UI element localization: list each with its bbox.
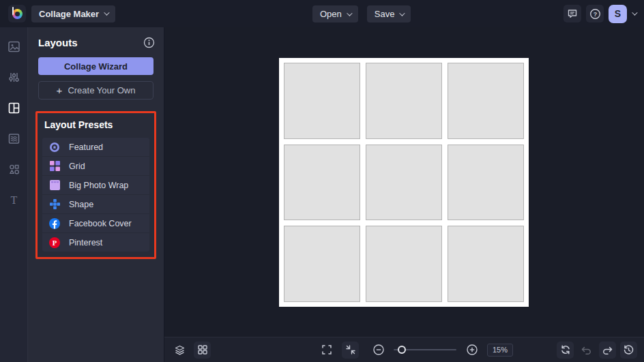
graphics-shapes-icon (8, 163, 20, 176)
preset-label: Shape (69, 200, 93, 209)
text-icon: T (8, 194, 20, 207)
pinterest-icon: P (49, 237, 60, 248)
create-your-own-label: Create Your Own (68, 85, 135, 95)
layers-icon[interactable] (171, 342, 188, 359)
workspace: 15% (164, 27, 644, 362)
chevron-down-icon (347, 10, 352, 16)
sidebar-item-patterns[interactable] (4, 129, 23, 148)
zoom-slider-handle[interactable] (398, 346, 406, 354)
collage-cell[interactable] (366, 226, 442, 302)
layout-presets-title: Layout Presets (44, 119, 149, 130)
edit-sliders-icon (8, 71, 20, 84)
open-button[interactable]: Open (312, 5, 358, 22)
collage-cell[interactable] (448, 145, 524, 221)
zoom-slider[interactable] (394, 349, 456, 350)
preset-item-facebook-cover[interactable]: Facebook Cover (42, 214, 149, 232)
tool-rail: T (0, 27, 28, 362)
preset-item-big-photo-wrap[interactable]: Big Photo Wrap (42, 176, 149, 194)
preset-item-featured[interactable]: Featured (42, 138, 149, 156)
preset-label: Grid (69, 162, 85, 171)
fullscreen-icon[interactable] (318, 342, 335, 359)
preset-label: Pinterest (69, 238, 102, 247)
bottom-toolbar: 15% (164, 337, 644, 362)
chevron-down-icon (104, 10, 109, 15)
avatar-initial: S (615, 8, 621, 19)
facebook-icon (49, 218, 60, 229)
layouts-panel: Layouts Collage Wizard + Create Your Own… (28, 27, 164, 362)
layout-presets-highlight-box: Layout Presets Featured Grid (35, 111, 156, 259)
big-photo-wrap-icon (49, 180, 60, 191)
shape-preset-icon (49, 199, 60, 210)
preset-label: Facebook Cover (69, 219, 132, 228)
apps-grid-icon[interactable] (194, 342, 211, 359)
zoom-out-icon[interactable] (370, 342, 387, 359)
panel-title: Layouts (38, 37, 78, 48)
fit-screen-icon[interactable] (342, 342, 359, 359)
collage-cell[interactable] (284, 226, 360, 302)
collage-wizard-button[interactable]: Collage Wizard (38, 57, 153, 75)
zoom-controls: 15% (318, 342, 513, 359)
sidebar-item-graphics[interactable] (4, 160, 23, 179)
collage-canvas[interactable] (279, 58, 529, 307)
sidebar-item-edit[interactable] (4, 67, 23, 87)
collage-cell[interactable] (284, 63, 360, 139)
app-menu-button[interactable]: Collage Maker (31, 5, 115, 22)
sidebar-item-image-manager[interactable] (4, 37, 23, 56)
sidebar-item-text[interactable]: T (4, 190, 23, 209)
patterns-icon (8, 132, 20, 145)
grid-preset-icon (49, 161, 60, 172)
befunky-logo-icon[interactable] (8, 5, 26, 22)
svg-text:P: P (53, 239, 57, 247)
reset-icon[interactable] (557, 342, 574, 359)
chat-icon[interactable] (564, 5, 581, 22)
topbar-right: ? S (564, 5, 636, 23)
preset-label: Big Photo Wrap (69, 181, 128, 190)
create-your-own-button[interactable]: + Create Your Own (38, 81, 153, 100)
history-icon[interactable] (620, 342, 637, 359)
preset-item-pinterest[interactable]: P Pinterest (42, 233, 149, 252)
app-menu-label: Collage Maker (39, 9, 99, 19)
layout-presets-list: Featured Grid Big Photo Wrap (42, 138, 149, 252)
top-bar: Collage Maker Open Save ? S (0, 0, 644, 27)
help-icon[interactable]: ? (586, 5, 604, 22)
info-icon[interactable] (143, 37, 155, 48)
preset-item-shape[interactable]: Shape (42, 195, 149, 213)
collage-cell[interactable] (366, 63, 442, 139)
image-manager-icon (8, 40, 20, 53)
plus-icon: + (57, 85, 63, 96)
history-controls (557, 342, 637, 359)
preset-item-grid[interactable]: Grid (42, 157, 149, 175)
collage-cell[interactable] (448, 63, 524, 139)
undo-icon[interactable] (578, 342, 595, 359)
svg-text:?: ? (593, 11, 597, 18)
save-button[interactable]: Save (367, 5, 411, 22)
chevron-down-icon (400, 10, 405, 16)
save-label: Save (375, 9, 395, 19)
file-actions: Open Save (312, 5, 411, 22)
redo-icon[interactable] (599, 342, 616, 359)
collage-cell[interactable] (284, 145, 360, 221)
layouts-icon (8, 102, 20, 115)
zoom-in-icon[interactable] (463, 342, 480, 359)
sidebar-item-layouts[interactable] (4, 98, 23, 117)
collage-cell[interactable] (366, 145, 442, 221)
collage-cell[interactable] (448, 226, 524, 302)
avatar[interactable]: S (609, 5, 627, 23)
featured-badge-icon (49, 142, 60, 153)
svg-text:T: T (10, 194, 17, 206)
open-label: Open (320, 9, 342, 19)
preset-label: Featured (69, 142, 103, 152)
account-chevron-down-icon[interactable] (632, 10, 637, 15)
zoom-level-value[interactable]: 15% (487, 344, 513, 357)
